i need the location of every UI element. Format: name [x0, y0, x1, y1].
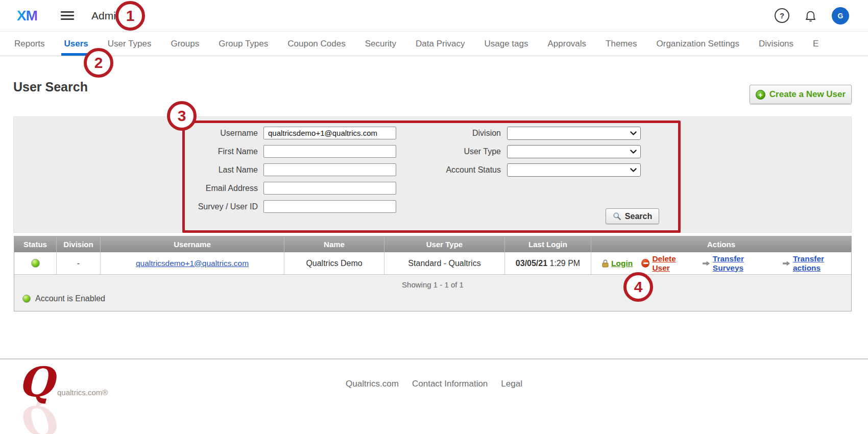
footer-links: Qualtrics.com Contact Information Legal: [0, 379, 868, 389]
tab-groups[interactable]: Groups: [171, 32, 199, 56]
footer-link-qualtrics[interactable]: Qualtrics.com: [346, 379, 399, 389]
first-name-label: First Name: [14, 147, 258, 156]
account-enabled-legend-icon: [22, 295, 31, 303]
last-login-cell: 03/05/21 1:29 PM: [505, 252, 591, 274]
qualtrics-logo-reflection: Q: [18, 400, 54, 434]
delete-user-action[interactable]: Delete User: [641, 254, 693, 273]
last-name-input[interactable]: [263, 163, 396, 176]
tab-user-types[interactable]: User Types: [108, 32, 152, 56]
username-label: Username: [14, 129, 258, 138]
site-footer: Q Q qualtrics.com® Qualtrics.com Contact…: [0, 358, 868, 434]
user-type-label: User Type: [399, 147, 501, 156]
magnifier-icon: [613, 212, 621, 221]
division-select[interactable]: [507, 127, 641, 140]
chevron-down-icon: [630, 131, 637, 136]
admin-user-search-page: XM Admin ? G Reports Users User Types Gr…: [0, 0, 868, 434]
column-header-username: Username: [101, 236, 284, 252]
chevron-down-icon: [630, 167, 637, 173]
table-row: - qualtricsdemo+1@qualtrics.com Qualtric…: [14, 252, 851, 275]
last-login-date: 03/05/21: [516, 259, 547, 268]
search-form-right-column: Division User Type Account Status: [399, 127, 641, 182]
column-header-user-type: User Type: [384, 236, 505, 252]
footer-link-contact[interactable]: Contact Information: [412, 379, 488, 389]
table-footer: Showing 1 - 1 of 1 Account is Enabled: [14, 275, 851, 311]
column-header-status: Status: [14, 236, 57, 252]
qualtrics-logo-text: qualtrics.com®: [57, 388, 108, 397]
tab-reports[interactable]: Reports: [14, 32, 45, 56]
avatar[interactable]: G: [832, 7, 849, 25]
division-label: Division: [399, 129, 501, 138]
account-status-select[interactable]: [507, 163, 641, 177]
actions-cell: Login Delete User Transfer Surveys Trans…: [591, 252, 851, 274]
page-title: User Search: [13, 80, 88, 94]
first-name-input[interactable]: [263, 145, 396, 158]
login-action[interactable]: Login: [602, 259, 633, 268]
delete-user-link[interactable]: Delete User: [652, 254, 693, 273]
help-icon[interactable]: ?: [775, 8, 789, 23]
tab-organization-settings[interactable]: Organization Settings: [657, 32, 740, 56]
division-cell: -: [57, 252, 101, 274]
tab-themes[interactable]: Themes: [606, 32, 637, 56]
survey-user-id-input[interactable]: [263, 200, 396, 213]
minus-circle-icon: [641, 259, 649, 268]
user-search-panel: Username First Name Last Name Email Addr…: [13, 116, 852, 233]
account-enabled-status-icon: [31, 259, 40, 268]
status-legend-label: Account is Enabled: [35, 294, 105, 303]
tab-divisions[interactable]: Divisions: [759, 32, 793, 56]
arrow-right-icon: [703, 260, 710, 267]
xm-logo[interactable]: XM: [17, 8, 37, 24]
tab-security[interactable]: Security: [365, 32, 396, 56]
search-button[interactable]: Search: [606, 208, 659, 224]
tab-usage-tags[interactable]: Usage tags: [484, 32, 528, 56]
column-header-division: Division: [57, 236, 101, 252]
tab-group-types[interactable]: Group Types: [219, 32, 268, 56]
email-address-label: Email Address: [14, 184, 258, 193]
column-header-name: Name: [284, 236, 384, 252]
tab-truncated[interactable]: E: [813, 32, 818, 56]
annotation-circle-2: 2: [84, 48, 113, 78]
transfer-actions-link[interactable]: Transfer actions: [793, 254, 851, 273]
tab-data-privacy[interactable]: Data Privacy: [416, 32, 465, 56]
username-input[interactable]: [263, 127, 396, 139]
hamburger-menu-icon[interactable]: [61, 11, 74, 20]
annotation-circle-4: 4: [623, 272, 653, 302]
annotation-circle-1: 1: [115, 1, 145, 31]
topbar-actions: ? G: [775, 7, 849, 25]
survey-user-id-label: Survey / User ID: [14, 202, 258, 211]
user-type-cell: Standard - Qualtrics: [384, 252, 505, 274]
column-header-last-login: Last Login: [505, 236, 591, 252]
transfer-surveys-link[interactable]: Transfer Surveys: [713, 254, 774, 273]
search-form-left-column: Username First Name Last Name Email Addr…: [14, 127, 396, 219]
username-link[interactable]: qualtricsdemo+1@qualtrics.com: [136, 259, 249, 268]
column-header-actions: Actions: [591, 236, 851, 252]
transfer-actions-action[interactable]: Transfer actions: [783, 254, 851, 273]
create-new-user-button[interactable]: + Create a New User: [750, 85, 852, 104]
login-link[interactable]: Login: [611, 259, 633, 268]
user-type-select[interactable]: [507, 145, 641, 158]
showing-count: Showing 1 - 1 of 1: [14, 280, 851, 289]
tab-users[interactable]: Users: [64, 32, 88, 56]
plus-circle-icon: +: [756, 90, 765, 100]
table-header-row: Status Division Username Name User Type …: [14, 236, 851, 252]
transfer-surveys-action[interactable]: Transfer Surveys: [703, 254, 774, 273]
tab-approvals[interactable]: Approvals: [547, 32, 586, 56]
admin-nav-tabs: Reports Users User Types Groups Group Ty…: [0, 32, 868, 56]
search-button-label: Search: [625, 212, 652, 221]
bell-icon[interactable]: [804, 9, 817, 22]
padlock-icon: [602, 259, 609, 268]
username-cell: qualtricsdemo+1@qualtrics.com: [101, 252, 284, 274]
last-login-time: 1:29 PM: [550, 259, 581, 268]
status-legend: Account is Enabled: [22, 294, 105, 303]
name-cell: Qualtrics Demo: [284, 252, 384, 274]
annotation-circle-3: 3: [167, 101, 197, 131]
footer-link-legal[interactable]: Legal: [501, 379, 522, 389]
tab-coupon-codes[interactable]: Coupon Codes: [287, 32, 345, 56]
last-name-label: Last Name: [14, 165, 258, 175]
arrow-right-icon: [783, 260, 790, 267]
chevron-down-icon: [630, 149, 637, 154]
status-cell: [14, 252, 57, 274]
email-address-input[interactable]: [263, 182, 396, 195]
account-status-label: Account Status: [399, 165, 501, 175]
user-results-table: Status Division Username Name User Type …: [14, 236, 852, 311]
create-new-user-label: Create a New User: [769, 89, 846, 100]
